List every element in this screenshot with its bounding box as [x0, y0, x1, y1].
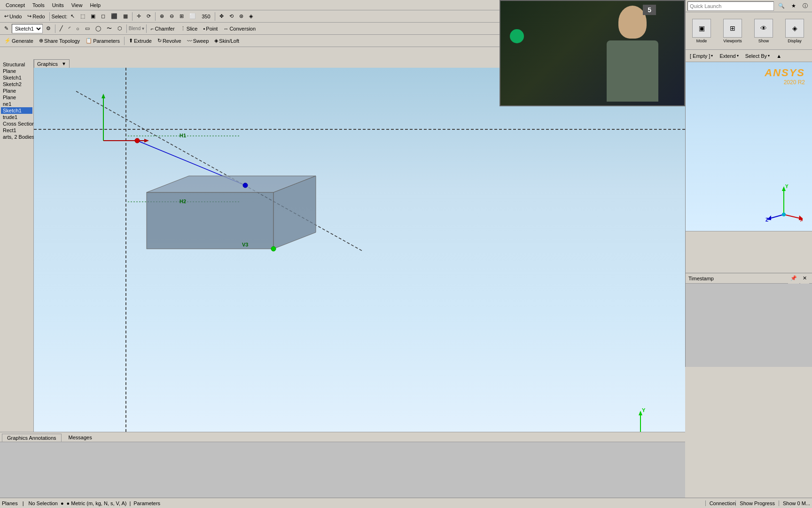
timestamp-pin-btn[interactable]: 📌: [788, 273, 799, 284]
graphics-annotations-tab[interactable]: Graphics Annotations: [2, 434, 62, 442]
zoom-out-btn[interactable]: ⊖: [167, 11, 176, 22]
tree-item-bodies[interactable]: arts, 2 Bodies: [1, 134, 32, 140]
menu-concept[interactable]: Concept: [2, 1, 29, 9]
display-tool[interactable]: ◈ Display: [781, 19, 809, 43]
search-icon: 🔍: [778, 3, 785, 9]
skin-loft-btn[interactable]: ◈ Skin/Loft: [212, 36, 242, 46]
line-icon: ╱: [60, 25, 63, 32]
tree-item-trude1[interactable]: trude1: [1, 114, 32, 120]
viewport-3d[interactable]: ANSYS 2020 R2 H1 H2 V3: [34, 68, 685, 474]
sketch-icon-btn[interactable]: ✎: [2, 24, 11, 34]
show-progress-label: Show Progress: [735, 500, 779, 506]
conversion-icon: ↔: [223, 26, 228, 32]
undo-button[interactable]: ↩ Undo: [2, 11, 24, 22]
select-by-dropdown[interactable]: Select By ▾: [743, 51, 772, 61]
arc-tool-btn[interactable]: ◜: [66, 24, 73, 34]
3d-rotate-btn[interactable]: ⟲: [227, 11, 236, 22]
quick-launch-search-btn[interactable]: 🔍: [776, 1, 787, 11]
tree-plane2-label: Plane: [3, 88, 16, 94]
tree-rect1-label: Rect1: [3, 127, 16, 133]
zoom-region-btn[interactable]: ⬜: [187, 11, 198, 22]
tree-item-plane1[interactable]: Plane: [1, 68, 32, 74]
zoom-fit-btn[interactable]: ⊞: [177, 11, 186, 22]
select-mode-1[interactable]: ↖: [68, 11, 77, 22]
zoom-custom-btn[interactable]: 350: [199, 11, 212, 22]
rotate-btn[interactable]: ⟳: [144, 11, 153, 22]
viewport-collapse-btn[interactable]: ▼: [62, 61, 66, 66]
select-mode-5[interactable]: ⬛: [109, 11, 120, 22]
zoom-in-icon: ⊕: [160, 13, 164, 19]
svg-marker-4: [102, 94, 105, 98]
tree-item-rect1[interactable]: Rect1: [1, 127, 32, 134]
timestamp-panel: Timestamp 📌 ✕: [685, 273, 812, 367]
viewports-tool[interactable]: ⊞ Viewports: [718, 19, 747, 43]
extrude-btn[interactable]: ⬆ Extrude: [126, 36, 154, 46]
tree-plane1-label: Plane: [3, 68, 16, 74]
rect-tool-btn[interactable]: ▭: [83, 24, 92, 34]
quick-launch-info-btn[interactable]: ⓘ: [800, 1, 810, 11]
select-mode-2[interactable]: ⬚: [78, 11, 87, 22]
tree-item-sketch1[interactable]: Sketch1: [1, 74, 32, 81]
ansys-logo-right: ANSYS 2020 R2: [765, 67, 805, 86]
select-mode-4[interactable]: ◻: [99, 11, 108, 22]
tree-item-sketch1-sel[interactable]: Sketch1: [1, 107, 32, 114]
mode-tool[interactable]: ▣ Mode: [687, 19, 716, 43]
chamfer-btn[interactable]: ⌐ Chamfer: [148, 24, 177, 34]
show-tool[interactable]: 👁 Show: [750, 19, 778, 43]
polygon-tool-btn[interactable]: ⬡: [115, 24, 125, 34]
menu-tools[interactable]: Tools: [29, 1, 48, 9]
viewport-header: Graphics ▼: [34, 59, 70, 68]
right-scroll-up[interactable]: ▲: [774, 51, 784, 61]
share-topology-btn[interactable]: ⊕ Share Topology: [37, 36, 82, 46]
redo-button[interactable]: ↪ Redo: [25, 11, 47, 22]
mode-label: Mode: [696, 39, 707, 43]
pan-btn[interactable]: ✥: [217, 11, 226, 22]
generate-sketch-btn[interactable]: ⚙: [44, 24, 53, 34]
tree-item-cross-section[interactable]: Cross Section: [1, 120, 32, 127]
ellipse-tool-btn[interactable]: ◯: [93, 24, 103, 34]
svg-point-11: [271, 246, 276, 251]
menu-units[interactable]: Units: [48, 1, 68, 9]
menu-help[interactable]: Help: [86, 1, 104, 9]
person-head: [618, 6, 647, 39]
select-mode-6[interactable]: ▦: [121, 11, 130, 22]
point-btn[interactable]: • Point: [201, 24, 220, 34]
parameters-btn[interactable]: 📋 Parameters: [83, 36, 122, 46]
extend-dropdown[interactable]: Extend ▾: [717, 51, 741, 61]
timestamp-close-btn[interactable]: ✕: [800, 273, 809, 284]
sketch-dropdown[interactable]: Sketch1: [12, 24, 43, 33]
measure-btn[interactable]: ◈: [247, 11, 255, 22]
tree-item-plane2[interactable]: Plane: [1, 87, 32, 94]
messages-tab[interactable]: Messages: [63, 433, 97, 442]
quick-launch-star-btn[interactable]: ★: [789, 1, 798, 11]
generate-btn[interactable]: ⚡ Generate: [2, 36, 36, 46]
tree-item-ne1[interactable]: ne1: [1, 101, 32, 107]
conversion-btn[interactable]: ↔ Conversion: [221, 24, 258, 34]
separator3: [155, 12, 156, 21]
transform-btn[interactable]: ✛: [134, 11, 143, 22]
tree-trude1-label: trude1: [3, 114, 17, 120]
share-topology-icon: ⊕: [39, 38, 43, 44]
revolve-btn[interactable]: ↻ Revolve: [155, 36, 184, 46]
sweep-btn[interactable]: 〰 Sweep: [185, 36, 211, 46]
info-bar: Planes | No Selection ● ● Metric (m, kg,…: [0, 498, 812, 508]
right-viewport[interactable]: ANSYS 2020 R2 Y Z X: [686, 62, 812, 231]
snap-btn[interactable]: ⊛: [237, 11, 246, 22]
svg-text:Y: Y: [642, 408, 646, 413]
tree-item-plane3[interactable]: Plane: [1, 94, 32, 101]
svg-point-12: [135, 138, 140, 143]
empty-dropdown[interactable]: [ Empty ] ▾: [687, 51, 715, 61]
dashed-line-horizontal-main: [34, 129, 685, 130]
zoom-in-btn[interactable]: ⊕: [157, 11, 166, 22]
select-mode-3[interactable]: ▣: [88, 11, 98, 22]
display-label: Display: [788, 39, 802, 43]
spline-tool-btn[interactable]: 〜: [104, 24, 114, 34]
quick-launch-input[interactable]: [687, 1, 774, 11]
circle-tool-btn[interactable]: ○: [74, 24, 82, 34]
toolbar-3: ⚡ Generate ⊕ Share Topology 📋 Parameters…: [0, 35, 577, 47]
tree-item-structural[interactable]: Structural: [1, 61, 32, 68]
tree-item-sketch2[interactable]: Sketch2: [1, 81, 32, 87]
menu-view[interactable]: View: [68, 1, 86, 9]
line-tool-btn[interactable]: ╱: [57, 24, 65, 34]
slice-btn[interactable]: ⋮ Slice: [178, 24, 200, 34]
